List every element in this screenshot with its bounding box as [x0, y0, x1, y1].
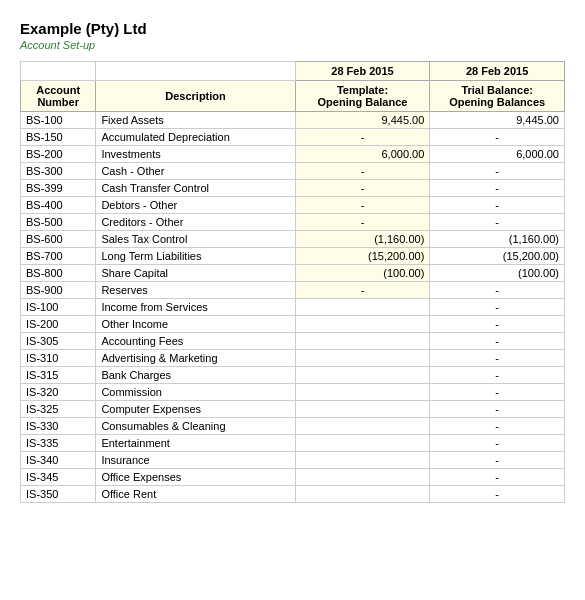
table-row: BS-399Cash Transfer Control-- — [21, 180, 565, 197]
account-number-header: Account Number — [21, 81, 96, 112]
table-row: BS-900Reserves-- — [21, 282, 565, 299]
template-value-cell: (15,200.00) — [295, 248, 430, 265]
trial-value-cell: - — [430, 418, 565, 435]
description-cell: Accounting Fees — [96, 333, 295, 350]
template-value-cell — [295, 316, 430, 333]
trial-value-cell: - — [430, 350, 565, 367]
table-row: IS-305Accounting Fees- — [21, 333, 565, 350]
trial-value-cell: - — [430, 469, 565, 486]
account-number-cell: BS-500 — [21, 214, 96, 231]
template-value-cell: - — [295, 282, 430, 299]
account-number-cell: IS-340 — [21, 452, 96, 469]
table-row: IS-320Commission- — [21, 384, 565, 401]
description-cell: Income from Services — [96, 299, 295, 316]
template-value-cell: - — [295, 129, 430, 146]
trial-value-cell: 6,000.00 — [430, 146, 565, 163]
table-row: IS-330Consumables & Cleaning- — [21, 418, 565, 435]
trial-value-cell: - — [430, 452, 565, 469]
table-body: BS-100Fixed Assets9,445.009,445.00BS-150… — [21, 112, 565, 503]
description-cell: Computer Expenses — [96, 401, 295, 418]
template-date-header: 28 Feb 2015 — [295, 62, 430, 81]
table-row: BS-300Cash - Other-- — [21, 163, 565, 180]
template-value-cell — [295, 435, 430, 452]
trial-value-cell: (100.00) — [430, 265, 565, 282]
description-cell: Entertainment — [96, 435, 295, 452]
template-value-cell: - — [295, 214, 430, 231]
template-value-cell: - — [295, 163, 430, 180]
trial-value-cell: - — [430, 197, 565, 214]
account-number-cell: IS-100 — [21, 299, 96, 316]
trial-value-cell: 9,445.00 — [430, 112, 565, 129]
trial-value-cell: - — [430, 486, 565, 503]
account-number-cell: IS-345 — [21, 469, 96, 486]
trial-value-cell: - — [430, 129, 565, 146]
table-row: BS-200Investments6,000.006,000.00 — [21, 146, 565, 163]
account-number-cell: BS-400 — [21, 197, 96, 214]
company-name: Example (Pty) Ltd — [20, 20, 565, 37]
trial-date-header: 28 Feb 2015 — [430, 62, 565, 81]
description-cell: Bank Charges — [96, 367, 295, 384]
description-cell: Advertising & Marketing — [96, 350, 295, 367]
template-value-cell — [295, 401, 430, 418]
account-number-cell: IS-200 — [21, 316, 96, 333]
trial-value-cell: - — [430, 214, 565, 231]
table-row: BS-500Creditors - Other-- — [21, 214, 565, 231]
account-number-cell: BS-600 — [21, 231, 96, 248]
template-value-cell: 9,445.00 — [295, 112, 430, 129]
account-number-cell: IS-305 — [21, 333, 96, 350]
empty-account-header — [21, 62, 96, 81]
account-number-cell: IS-335 — [21, 435, 96, 452]
template-value-cell: - — [295, 197, 430, 214]
trial-value-cell: - — [430, 401, 565, 418]
date-header-row: 28 Feb 2015 28 Feb 2015 — [21, 62, 565, 81]
trial-value-cell: - — [430, 163, 565, 180]
template-value-cell — [295, 333, 430, 350]
description-header: Description — [96, 81, 295, 112]
account-number-cell: BS-150 — [21, 129, 96, 146]
trial-value-cell: - — [430, 435, 565, 452]
template-value-cell — [295, 469, 430, 486]
account-number-cell: IS-325 — [21, 401, 96, 418]
template-value-cell — [295, 367, 430, 384]
account-number-cell: IS-310 — [21, 350, 96, 367]
description-cell: Fixed Assets — [96, 112, 295, 129]
table-row: BS-800Share Capital(100.00)(100.00) — [21, 265, 565, 282]
empty-desc-header — [96, 62, 295, 81]
description-cell: Sales Tax Control — [96, 231, 295, 248]
trial-value-cell: (1,160.00) — [430, 231, 565, 248]
description-cell: Reserves — [96, 282, 295, 299]
table-row: BS-700Long Term Liabilities(15,200.00)(1… — [21, 248, 565, 265]
description-cell: Share Capital — [96, 265, 295, 282]
trial-value-cell: - — [430, 316, 565, 333]
description-cell: Debtors - Other — [96, 197, 295, 214]
description-cell: Consumables & Cleaning — [96, 418, 295, 435]
trial-value-cell: - — [430, 384, 565, 401]
account-number-cell: IS-330 — [21, 418, 96, 435]
account-number-cell: BS-200 — [21, 146, 96, 163]
description-cell: Accumulated Depreciation — [96, 129, 295, 146]
trial-value-cell: - — [430, 299, 565, 316]
description-cell: Cash - Other — [96, 163, 295, 180]
table-row: BS-400Debtors - Other-- — [21, 197, 565, 214]
description-cell: Other Income — [96, 316, 295, 333]
template-value-cell — [295, 418, 430, 435]
template-value-cell — [295, 299, 430, 316]
trial-value-cell: - — [430, 333, 565, 350]
table-row: IS-335Entertainment- — [21, 435, 565, 452]
table-row: BS-100Fixed Assets9,445.009,445.00 — [21, 112, 565, 129]
table-row: IS-315Bank Charges- — [21, 367, 565, 384]
description-cell: Commission — [96, 384, 295, 401]
description-cell: Long Term Liabilities — [96, 248, 295, 265]
description-cell: Insurance — [96, 452, 295, 469]
trial-label-header: Trial Balance: Opening Balances — [430, 81, 565, 112]
account-number-cell: IS-350 — [21, 486, 96, 503]
table-row: IS-310Advertising & Marketing- — [21, 350, 565, 367]
template-value-cell: 6,000.00 — [295, 146, 430, 163]
trial-value-cell: (15,200.00) — [430, 248, 565, 265]
trial-value-cell: - — [430, 282, 565, 299]
description-cell: Cash Transfer Control — [96, 180, 295, 197]
account-number-cell: BS-800 — [21, 265, 96, 282]
description-cell: Investments — [96, 146, 295, 163]
template-value-cell: - — [295, 180, 430, 197]
col-header-row: Account Number Description Template: Ope… — [21, 81, 565, 112]
